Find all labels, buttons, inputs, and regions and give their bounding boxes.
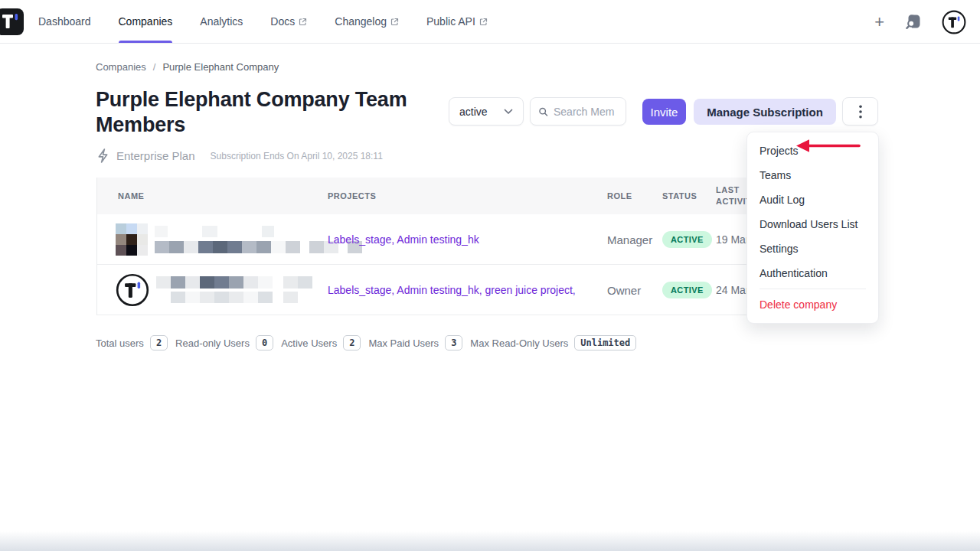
column-name: NAME xyxy=(118,178,144,214)
stat-value-badge: 2 xyxy=(343,335,361,350)
external-link-icon xyxy=(479,18,488,26)
subscription-ends-note: Subscription Ends On April 10, 2025 18:1… xyxy=(211,151,383,161)
external-link-icon xyxy=(299,18,307,26)
breadcrumb-current: Purple Elephant Company xyxy=(162,61,279,73)
nav-right-actions: + xyxy=(874,0,966,44)
avatar xyxy=(116,223,148,256)
more-options-button[interactable] xyxy=(842,97,878,126)
search-docs-icon[interactable] xyxy=(904,13,922,31)
add-icon[interactable]: + xyxy=(874,14,884,31)
menu-item-download-users-list[interactable]: Download Users List xyxy=(747,212,878,236)
member-projects-cell: Labels_stage, Admin testing_hk, green ju… xyxy=(328,265,576,315)
stat-readonly-users: Read-only Users 0 xyxy=(175,335,273,350)
search-icon xyxy=(538,106,548,118)
project-links[interactable]: Labels_stage, Admin testing_hk xyxy=(328,233,479,246)
status-badge: ACTIVE xyxy=(662,282,712,298)
stat-value-badge: 3 xyxy=(445,335,462,350)
main-nav: Dashboard Companies Analytics Docs Chang… xyxy=(38,0,488,43)
member-role-cell: Owner xyxy=(607,265,641,315)
manage-subscription-button[interactable]: Manage Subscription xyxy=(694,99,836,125)
menu-item-delete-company[interactable]: Delete company xyxy=(747,292,878,317)
bolt-icon xyxy=(96,148,110,164)
user-stats-bar: Total users 2 Read-only Users 0 Active U… xyxy=(96,335,636,350)
menu-item-authentication[interactable]: Authentication xyxy=(747,261,878,285)
member-name-cell xyxy=(116,214,362,265)
nav-companies[interactable]: Companies xyxy=(119,0,173,43)
stat-active-users: Active Users 2 xyxy=(281,335,361,350)
top-nav: Dashboard Companies Analytics Docs Chang… xyxy=(0,0,980,44)
member-status-cell: ACTIVE xyxy=(662,265,712,315)
app-logo[interactable] xyxy=(0,8,24,35)
stat-max-readonly-users: Max Read-Only Users Unlimited xyxy=(470,335,636,350)
search-members-box xyxy=(530,97,626,126)
app-window: Dashboard Companies Analytics Docs Chang… xyxy=(0,0,980,551)
nav-changelog[interactable]: Changelog xyxy=(335,0,399,43)
menu-item-projects[interactable]: Projects xyxy=(747,139,878,163)
plan-row: Enterprise Plan Subscription Ends On Apr… xyxy=(96,148,383,164)
stat-max-paid-users: Max Paid Users 3 xyxy=(368,335,462,350)
menu-item-teams[interactable]: Teams xyxy=(747,163,878,187)
kebab-icon xyxy=(859,105,862,119)
column-role: ROLE xyxy=(607,178,632,214)
member-role-cell: Manager xyxy=(607,214,652,265)
stat-value-badge: 2 xyxy=(150,335,168,350)
search-members-input[interactable] xyxy=(554,106,618,118)
bottom-fade xyxy=(0,531,980,551)
menu-item-audit-log[interactable]: Audit Log xyxy=(747,187,878,212)
stat-value-badge: 0 xyxy=(256,335,273,350)
column-status: STATUS xyxy=(662,178,697,214)
plan-name: Enterprise Plan xyxy=(116,149,195,162)
menu-item-settings[interactable]: Settings xyxy=(747,236,878,261)
nav-analytics[interactable]: Analytics xyxy=(200,0,243,43)
company-options-menu: Projects Teams Audit Log Download Users … xyxy=(746,132,879,324)
nav-docs[interactable]: Docs xyxy=(270,0,307,43)
invite-button[interactable]: Invite xyxy=(642,99,686,125)
member-status-cell: ACTIVE xyxy=(662,214,712,265)
status-filter-value: active xyxy=(459,106,488,118)
project-links[interactable]: Labels_stage, Admin testing_hk, green ju… xyxy=(328,284,576,296)
breadcrumb: Companies / Purple Elephant Company xyxy=(96,61,279,73)
stat-total-users: Total users 2 xyxy=(96,335,168,350)
avatar xyxy=(116,273,149,307)
menu-divider xyxy=(760,289,866,289)
nav-dashboard[interactable]: Dashboard xyxy=(38,0,91,43)
column-projects: PROJECTS xyxy=(328,178,376,214)
breadcrumb-companies[interactable]: Companies xyxy=(96,61,146,73)
logo-icon xyxy=(0,8,24,35)
user-avatar[interactable] xyxy=(942,10,966,34)
redacted-name xyxy=(156,276,312,304)
nav-public-api[interactable]: Public API xyxy=(426,0,488,43)
chevron-down-icon xyxy=(504,109,513,115)
status-badge: ACTIVE xyxy=(662,231,712,248)
stat-value-badge: Unlimited xyxy=(574,335,636,350)
status-filter-select[interactable]: active xyxy=(449,97,524,126)
page-title: Purple Elephant Company Team Members xyxy=(96,87,479,138)
breadcrumb-separator: / xyxy=(153,61,156,73)
member-name-cell xyxy=(116,265,312,315)
external-link-icon xyxy=(390,18,399,26)
member-projects-cell: Labels_stage, Admin testing_hk xyxy=(328,214,479,265)
